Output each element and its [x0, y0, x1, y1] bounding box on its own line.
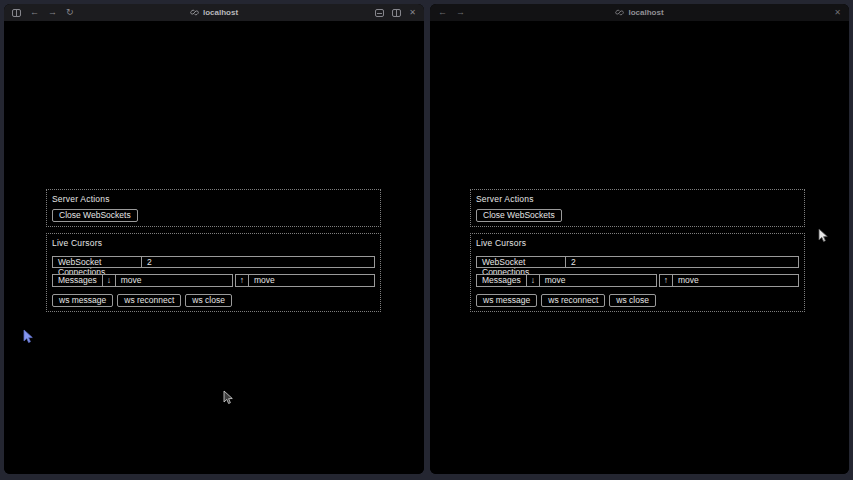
sidebar-icon-line [16, 10, 17, 16]
server-actions-legend: Server Actions [52, 194, 375, 205]
titlebar-right-controls: ✕ [834, 8, 849, 17]
sent-message-value: move [673, 275, 798, 286]
address-bar[interactable]: localhost [430, 4, 849, 21]
messages-row: Messages ↓ move ↑ move [476, 274, 799, 287]
reader-icon[interactable] [375, 9, 384, 17]
websocket-demo-app: Server Actions Close WebSockets Live Cur… [470, 189, 805, 318]
messages-label: Messages [477, 275, 527, 286]
arrow-up-icon: ↑ [660, 275, 673, 286]
sent-message-cellgroup: ↑ move [659, 274, 799, 287]
sent-message-cellgroup: ↑ move [235, 274, 375, 287]
received-message-value: move [540, 275, 656, 286]
browser-window-right: ← → localhost ✕ Server Actions Close Web… [430, 4, 849, 474]
forward-icon[interactable]: → [456, 8, 465, 17]
back-icon[interactable]: ← [30, 8, 39, 17]
titlebar-left-controls: ← → [430, 8, 465, 17]
link-icon [190, 8, 199, 17]
ws-reconnect-button[interactable]: ws reconnect [541, 294, 605, 307]
forward-icon[interactable]: → [48, 8, 57, 17]
close-websockets-button[interactable]: Close WebSockets [476, 209, 562, 222]
arrow-down-icon: ↓ [527, 275, 540, 286]
titlebar-right-controls: ✕ [375, 8, 424, 17]
ws-buttons-row: ws message ws reconnect ws close [52, 294, 375, 307]
arrow-down-icon: ↓ [103, 275, 116, 286]
page-content: Server Actions Close WebSockets Live Cur… [4, 21, 424, 474]
received-message-cellgroup: Messages ↓ move [52, 274, 233, 287]
connections-count: 2 [142, 257, 374, 267]
messages-label: Messages [53, 275, 103, 286]
live-cursors-legend: Live Cursors [52, 238, 375, 249]
desktop: ← → ↻ localhost ✕ Server Actions Close [0, 0, 853, 480]
connections-count: 2 [566, 257, 798, 267]
received-message-value: move [116, 275, 232, 286]
reload-icon[interactable]: ↻ [66, 8, 74, 17]
page-content: Server Actions Close WebSockets Live Cur… [430, 21, 849, 474]
close-icon[interactable]: ✕ [409, 8, 416, 17]
ws-close-button[interactable]: ws close [185, 294, 232, 307]
ws-close-button[interactable]: ws close [609, 294, 656, 307]
live-cursors-group: Live Cursors WebSocket Connections 2 Mes… [46, 233, 381, 312]
address-text: localhost [203, 8, 238, 17]
close-websockets-button[interactable]: Close WebSockets [52, 209, 138, 222]
ws-reconnect-button[interactable]: ws reconnect [117, 294, 181, 307]
address-text: localhost [628, 8, 663, 17]
ws-message-button[interactable]: ws message [52, 294, 113, 307]
server-actions-group: Server Actions Close WebSockets [470, 189, 805, 227]
back-icon[interactable]: ← [438, 8, 447, 17]
link-icon [615, 8, 624, 17]
sidebar-toggle-icon[interactable] [12, 9, 21, 17]
connections-row: WebSocket Connections 2 [52, 256, 375, 268]
messages-row: Messages ↓ move ↑ move [52, 274, 375, 287]
tabs-icon[interactable] [392, 9, 401, 17]
connections-label: WebSocket Connections [477, 257, 566, 267]
reader-icon-line [377, 13, 382, 14]
tabs-icon-line [396, 10, 397, 16]
connections-label: WebSocket Connections [53, 257, 142, 267]
titlebar[interactable]: ← → localhost ✕ [430, 4, 849, 21]
connections-row: WebSocket Connections 2 [476, 256, 799, 268]
arrow-up-icon: ↑ [236, 275, 249, 286]
server-actions-legend: Server Actions [476, 194, 799, 205]
sent-message-value: move [249, 275, 374, 286]
live-cursors-group: Live Cursors WebSocket Connections 2 Mes… [470, 233, 805, 312]
titlebar-left-controls: ← → ↻ [4, 8, 74, 17]
live-cursors-legend: Live Cursors [476, 238, 799, 249]
ws-message-button[interactable]: ws message [476, 294, 537, 307]
titlebar[interactable]: ← → ↻ localhost ✕ [4, 4, 424, 21]
received-message-cellgroup: Messages ↓ move [476, 274, 657, 287]
websocket-demo-app: Server Actions Close WebSockets Live Cur… [46, 189, 381, 318]
browser-window-left: ← → ↻ localhost ✕ Server Actions Close [4, 4, 424, 474]
ws-buttons-row: ws message ws reconnect ws close [476, 294, 799, 307]
close-icon[interactable]: ✕ [834, 8, 841, 17]
server-actions-group: Server Actions Close WebSockets [46, 189, 381, 227]
